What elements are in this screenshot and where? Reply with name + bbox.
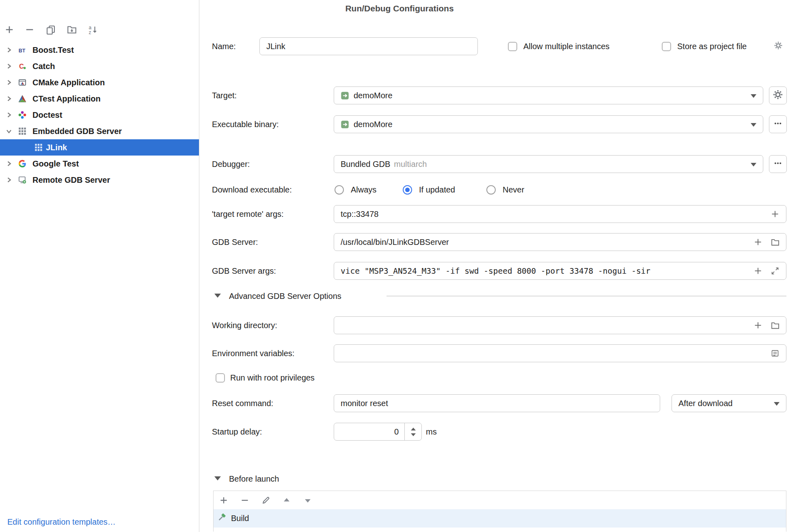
name-input[interactable]: JLink xyxy=(259,37,478,55)
tree-item-remote-gdb-server[interactable]: Remote GDB Server xyxy=(0,172,199,188)
doctest-icon xyxy=(18,111,26,119)
target-settings-button[interactable] xyxy=(769,87,787,104)
browse-folder-icon[interactable] xyxy=(771,321,780,330)
collapse-chevron-icon[interactable] xyxy=(214,476,221,480)
debugger-browse-button[interactable] xyxy=(769,155,787,173)
sort-alphabetically-icon: az xyxy=(88,25,98,36)
chevron-right-icon[interactable] xyxy=(5,176,13,184)
tree-item-jlink[interactable]: JLink xyxy=(0,139,199,156)
tree-item-catch[interactable]: C Catch xyxy=(0,58,199,74)
executable-binary-combobox[interactable]: demoMore xyxy=(334,115,763,133)
task-label: Build xyxy=(231,514,249,523)
environment-variables-input[interactable] xyxy=(334,344,786,362)
name-value: JLink xyxy=(266,42,285,51)
chevron-right-icon[interactable] xyxy=(5,160,13,168)
tree-item-boost-test[interactable]: BT Boost.Test xyxy=(0,42,199,58)
chevron-right-icon[interactable] xyxy=(5,62,13,70)
before-launch-move-up-button[interactable] xyxy=(282,496,291,505)
gdb-server-args-input[interactable]: vice "MSP3_AN524_M33" -if swd -speed 800… xyxy=(334,262,786,280)
remove-icon xyxy=(240,496,249,505)
chevron-expanded-icon[interactable] xyxy=(5,127,13,135)
before-launch-move-down-button[interactable] xyxy=(303,496,312,505)
copy-configuration-button[interactable] xyxy=(45,24,57,37)
tree-item-label: Remote GDB Server xyxy=(32,172,110,188)
chevron-right-icon[interactable] xyxy=(5,111,13,119)
add-icon xyxy=(219,496,228,505)
chevron-right-icon[interactable] xyxy=(5,46,13,54)
debugger-label: Debugger: xyxy=(212,155,250,173)
chevron-right-icon[interactable] xyxy=(5,78,13,87)
store-as-project-file-label: Store as project file xyxy=(677,37,747,55)
stepper-down-icon[interactable] xyxy=(411,433,416,436)
tree-item-embedded-gdb-server[interactable]: Embedded GDB Server xyxy=(0,123,199,139)
stepper-up-icon[interactable] xyxy=(411,428,416,430)
svg-text:C: C xyxy=(19,63,24,70)
radio-always[interactable] xyxy=(335,185,344,195)
chevron-down-icon xyxy=(751,123,756,127)
edit-variables-list-icon[interactable] xyxy=(771,349,780,358)
gdb-server-input[interactable]: /usr/local/bin/JLinkGDBServer xyxy=(334,233,786,251)
reset-command-input[interactable]: monitor reset xyxy=(334,394,660,412)
store-as-project-file-gear-icon[interactable] xyxy=(774,41,783,50)
move-into-folder-icon xyxy=(67,25,77,36)
run-debug-configurations-dialog: Run/Debug Configurations az BT Boost.Tes… xyxy=(0,0,799,532)
reset-when-combobox[interactable]: After download xyxy=(672,394,786,412)
browse-folder-icon[interactable] xyxy=(771,238,780,247)
add-icon xyxy=(4,25,14,36)
run-with-root-privileges-checkbox[interactable] xyxy=(216,373,225,383)
target-remote-args-input[interactable]: tcp::33478 xyxy=(334,205,786,223)
gear-icon xyxy=(773,89,783,102)
target-icon xyxy=(341,120,349,129)
store-as-project-file-checkbox[interactable] xyxy=(662,42,671,51)
edit-configuration-templates-link[interactable]: Edit configuration templates… xyxy=(7,513,116,531)
add-configuration-button[interactable] xyxy=(3,24,15,37)
insert-macro-plus-icon[interactable] xyxy=(754,321,762,330)
startup-delay-input[interactable]: 0 xyxy=(334,423,422,441)
chevron-right-icon[interactable] xyxy=(5,95,13,103)
insert-macro-plus-icon[interactable] xyxy=(754,266,762,275)
debugger-combobox[interactable]: Bundled GDB multiarch xyxy=(334,155,763,173)
target-combobox[interactable]: demoMore xyxy=(334,87,763,104)
before-launch-edit-button[interactable] xyxy=(261,496,270,505)
insert-macro-plus-icon[interactable] xyxy=(771,210,780,218)
configurations-sidebar: az BT Boost.Test C Catch CMake Applicati… xyxy=(0,0,199,532)
target-remote-args-value: tcp::33478 xyxy=(341,210,378,219)
tree-item-doctest[interactable]: Doctest xyxy=(0,107,199,123)
chevron-down-icon xyxy=(774,402,780,406)
remove-configuration-button[interactable] xyxy=(24,24,36,37)
chevron-down-icon xyxy=(751,94,756,98)
tree-item-ctest-application[interactable]: CTest Application xyxy=(0,91,199,107)
radio-if-updated[interactable] xyxy=(403,185,412,195)
gdb-server-args-label: GDB Server args: xyxy=(212,262,276,280)
tree-item-label: Embedded GDB Server xyxy=(32,123,122,139)
before-launch-remove-button[interactable] xyxy=(240,496,249,505)
move-into-folder-button[interactable] xyxy=(66,24,78,37)
allow-multiple-instances-checkbox[interactable] xyxy=(508,42,517,51)
expand-field-icon[interactable] xyxy=(771,266,780,275)
before-launch-add-button[interactable] xyxy=(219,496,228,505)
gdb-server-label: GDB Server: xyxy=(212,233,258,251)
working-directory-input[interactable] xyxy=(334,316,786,334)
build-hammer-icon xyxy=(217,513,226,524)
collapse-chevron-icon[interactable] xyxy=(214,294,221,298)
reset-command-label: Reset command: xyxy=(212,394,273,412)
gdb-server-value: /usr/local/bin/JLinkGDBServer xyxy=(341,238,449,247)
insert-macro-plus-icon[interactable] xyxy=(754,238,762,247)
tree-item-google-test[interactable]: Google Test xyxy=(0,156,199,172)
move-up-icon xyxy=(282,496,291,505)
tree-item-cmake-application[interactable]: CMake Application xyxy=(0,74,199,91)
startup-delay-unit-label: ms xyxy=(426,423,437,441)
edit-pencil-icon xyxy=(261,496,270,505)
target-remote-args-label: 'target remote' args: xyxy=(212,205,284,223)
startup-delay-label: Startup delay: xyxy=(212,423,262,441)
boost-test-icon: BT xyxy=(18,46,26,54)
tree-item-label: JLink xyxy=(46,139,67,156)
before-launch-task-build[interactable]: Build xyxy=(214,509,786,528)
catch-icon: C xyxy=(18,62,26,70)
run-with-root-privileges-label: Run with root privileges xyxy=(230,369,315,387)
ellipsis-icon xyxy=(773,119,782,130)
chevron-down-icon xyxy=(751,163,756,167)
sort-configurations-button[interactable]: az xyxy=(87,24,99,37)
radio-never[interactable] xyxy=(486,185,496,195)
executable-binary-browse-button[interactable] xyxy=(769,115,787,133)
